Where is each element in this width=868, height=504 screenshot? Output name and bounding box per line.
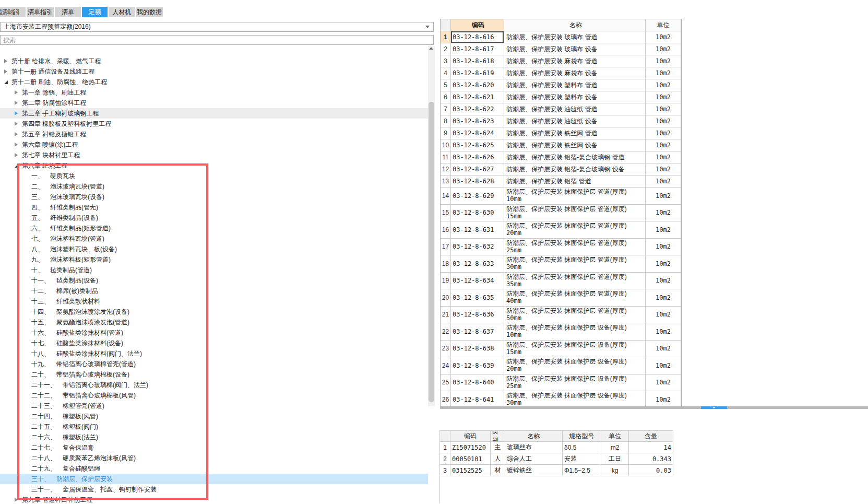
unit-cell[interactable]: 10m2 xyxy=(646,239,681,256)
collapse-arrow-icon[interactable] xyxy=(4,69,11,74)
row-number-cell[interactable]: 21 xyxy=(441,307,451,324)
catalog-dropdown[interactable]: 上海市安装工程预算定额(2016) xyxy=(0,22,434,32)
tab-resources[interactable]: 人材机 xyxy=(109,7,135,17)
unit-cell[interactable]: 10m2 xyxy=(646,103,681,115)
name-cell[interactable]: 防潮层、保护层安装 抹面保护层 设备(厚度)10mm xyxy=(504,323,646,341)
tree-item[interactable]: 第八章 绝热工程 xyxy=(0,160,428,171)
code-cell[interactable]: 03-12-8-634 xyxy=(451,273,504,290)
tree-item[interactable]: 第三章 手工糊衬玻璃钢工程 xyxy=(0,108,428,119)
spec-cell[interactable]: δ0.5 xyxy=(563,442,601,453)
unit-cell[interactable]: 10m2 xyxy=(646,289,681,307)
table-row[interactable]: 1303-12-8-628防潮层、保护层安装 铝箔 管道10m2 xyxy=(441,175,681,187)
detail-header-cell[interactable] xyxy=(439,430,450,442)
unit-cell[interactable]: 10m2 xyxy=(646,151,681,163)
name-cell[interactable]: 防潮层、保护层安装 抹面保护层 设备(厚度)20mm xyxy=(504,357,646,374)
tree-item[interactable]: 第二章 防腐蚀涂料工程 xyxy=(0,98,428,108)
grid-header-code[interactable]: 编码 xyxy=(451,19,504,31)
row-number-cell[interactable]: 10 xyxy=(441,139,451,151)
tree-item[interactable]: 二十二、 带铝箔离心玻璃棉板(风管) xyxy=(0,390,428,401)
code-cell[interactable]: 03-12-8-625 xyxy=(451,139,504,151)
unit-cell[interactable]: 10m2 xyxy=(646,221,681,239)
unit-cell[interactable]: 工日 xyxy=(601,453,629,465)
unit-cell[interactable]: 10m2 xyxy=(646,374,681,392)
tree-item[interactable]: 九、 泡沫塑料板(矩形管道) xyxy=(0,254,428,265)
name-cell[interactable]: 防潮层、保护层安装 抹面保护层 设备(厚度)30mm xyxy=(504,391,646,408)
category-cell[interactable]: 主 xyxy=(491,442,505,453)
unit-cell[interactable]: 10m2 xyxy=(646,79,681,91)
code-cell[interactable]: 03-12-8-619 xyxy=(451,67,504,79)
row-number-cell[interactable]: 11 xyxy=(441,151,451,163)
table-row[interactable]: 1503-12-8-630防潮层、保护层安装 抹面保护层 管道(厚度)15mm1… xyxy=(441,205,681,222)
row-number-cell[interactable]: 19 xyxy=(441,273,451,290)
tree-item[interactable]: 八、 泡沫塑料瓦块、板(设备) xyxy=(0,244,428,254)
table-row[interactable]: 2203-12-8-637防潮层、保护层安装 抹面保护层 设备(厚度)10mm1… xyxy=(441,323,681,341)
category-cell[interactable]: 人 xyxy=(491,453,505,465)
tree-item[interactable]: 四、 纤维类制品(管壳) xyxy=(0,202,428,213)
tree-item[interactable]: 二、 泡沫玻璃瓦块(管道) xyxy=(0,181,428,192)
quantity-cell[interactable]: 14 xyxy=(629,442,673,453)
chevron-down-icon[interactable] xyxy=(425,26,430,28)
tree-item[interactable]: 十、 毡类制品(管道) xyxy=(0,265,428,275)
table-row[interactable]: 103-12-8-616防潮层、保护层安装 玻璃布 管道10m2 xyxy=(441,31,681,43)
tree-item[interactable]: 十六、 硅酸盐类涂抹材料(管道) xyxy=(0,327,428,338)
tree-item[interactable]: 第五章 衬铅及搪铅工程 xyxy=(0,129,428,139)
tree-item[interactable]: 第十一册 通信设备及线路工程 xyxy=(0,66,428,77)
tree-item[interactable]: 二十一、 带铝箔离心玻璃棉(阀门、法兰) xyxy=(0,380,428,390)
row-number-cell[interactable]: 24 xyxy=(441,357,451,374)
table-row[interactable]: 1203-12-8-627防潮层、保护层安装 铝箔-复合玻璃钢 设备10m2 xyxy=(441,163,681,175)
row-number-cell[interactable]: 3 xyxy=(439,465,450,476)
spec-cell[interactable]: Φ1.5~2.5 xyxy=(563,465,601,476)
code-cell[interactable]: 03-12-8-627 xyxy=(451,163,504,175)
name-cell[interactable]: 玻璃丝布 xyxy=(505,442,563,453)
detail-header-cell[interactable]: 单位 xyxy=(601,430,629,442)
unit-cell[interactable]: 10m2 xyxy=(646,391,681,408)
tree-item[interactable]: 二十五、 橡塑板(阀门) xyxy=(0,421,428,432)
code-cell[interactable]: 03-12-8-633 xyxy=(451,255,504,273)
name-cell[interactable]: 防潮层、保护层安装 抹面保护层 管道(厚度)35mm xyxy=(504,273,646,290)
collapse-arrow-icon[interactable] xyxy=(4,59,11,63)
tree-item[interactable]: 一、 硬质瓦块 xyxy=(0,171,428,181)
name-cell[interactable]: 防潮层、保护层安装 抹面保护层 设备(厚度)25mm xyxy=(504,374,646,392)
code-cell[interactable]: 00050101 xyxy=(450,453,491,465)
row-number-cell[interactable]: 25 xyxy=(441,374,451,392)
name-cell[interactable]: 综合人工 xyxy=(505,453,563,465)
row-number-cell[interactable]: 17 xyxy=(441,239,451,256)
row-number-cell[interactable]: 26 xyxy=(441,391,451,408)
unit-cell[interactable]: 10m2 xyxy=(646,255,681,273)
collapse-arrow-icon[interactable] xyxy=(15,132,22,136)
tab-list[interactable]: 清单 xyxy=(55,7,81,17)
unit-cell[interactable]: m2 xyxy=(601,442,629,453)
code-cell[interactable]: 03-12-8-621 xyxy=(451,91,504,103)
table-row[interactable]: 2303-12-8-638防潮层、保护层安装 抹面保护层 设备(厚度)15mm1… xyxy=(441,341,681,358)
unit-cell[interactable]: 10m2 xyxy=(646,115,681,127)
name-cell[interactable]: 防潮层、保护层安装 玻璃布 管道 xyxy=(504,31,646,43)
code-cell[interactable]: 03-12-8-637 xyxy=(451,323,504,341)
row-number-cell[interactable]: 2 xyxy=(441,43,451,55)
name-cell[interactable]: 防潮层、保护层安装 油毡纸 管道 xyxy=(504,103,646,115)
code-cell[interactable]: 03-12-8-640 xyxy=(451,374,504,392)
splitter-grip[interactable] xyxy=(701,406,727,409)
grid-corner-cell[interactable] xyxy=(441,19,451,31)
table-row[interactable]: 1Z15071520主玻璃丝布δ0.5m214 xyxy=(439,442,673,453)
name-cell[interactable]: 防潮层、保护层安装 铝箔 管道 xyxy=(504,175,646,187)
code-cell[interactable]: Z15071520 xyxy=(450,442,491,453)
code-cell[interactable]: 03-12-8-632 xyxy=(451,239,504,256)
table-row[interactable]: 703-12-8-622防潮层、保护层安装 油毡纸 管道10m2 xyxy=(441,103,681,115)
name-cell[interactable]: 防潮层、保护层安装 抹面保护层 管道(厚度)30mm xyxy=(504,255,646,273)
row-number-cell[interactable]: 3 xyxy=(441,55,451,67)
code-cell[interactable]: 03-12-8-639 xyxy=(451,357,504,374)
tree-item[interactable]: 二十、 带铝箔离心玻璃棉板(设备) xyxy=(0,369,428,380)
code-cell[interactable]: 03-12-8-630 xyxy=(451,205,504,222)
tree-item[interactable]: 三十一、 金属保温盒、托盘、钩钉制作安装 xyxy=(0,484,428,495)
collapse-arrow-icon[interactable] xyxy=(15,90,22,95)
tree-item[interactable]: 二十八、 硬质聚苯乙烯泡沫板(风管) xyxy=(0,453,428,463)
tree-item[interactable]: 第九章 管道补口补伤工程 xyxy=(0,495,428,504)
table-row[interactable]: 2603-12-8-641防潮层、保护层安装 抹面保护层 设备(厚度)30mm1… xyxy=(441,391,681,408)
code-cell[interactable]: 03-12-8-618 xyxy=(451,55,504,67)
tree-item[interactable]: 五、 纤维类制品(设备) xyxy=(0,213,428,223)
quantity-cell[interactable]: 0.03 xyxy=(629,465,673,476)
unit-cell[interactable]: 10m2 xyxy=(646,91,681,103)
tree-item[interactable]: 第四章 橡胶板及塑料板衬里工程 xyxy=(0,119,428,129)
code-cell[interactable]: 03-12-8-631 xyxy=(451,221,504,239)
unit-cell[interactable]: 10m2 xyxy=(646,205,681,222)
